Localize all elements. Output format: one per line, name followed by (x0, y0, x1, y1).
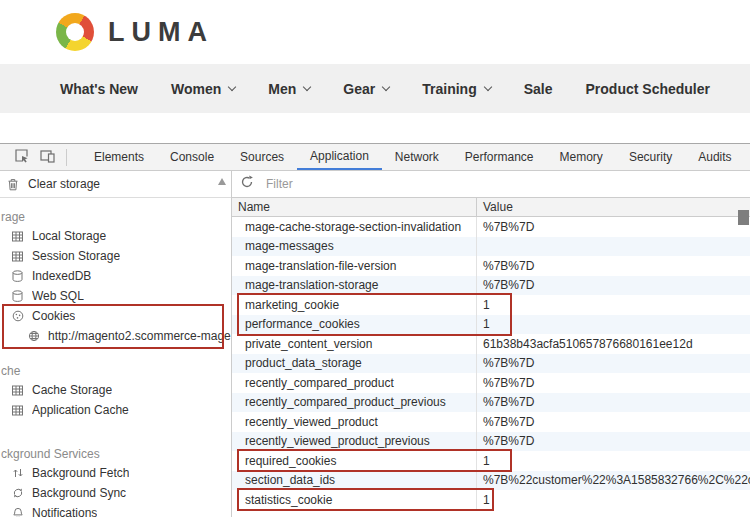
sidebar-section-header: ckground Services (0, 445, 231, 463)
devtools-tabs: ElementsConsoleSourcesApplicationNetwork… (81, 144, 745, 170)
cookie-value-cell: %7B%7D (477, 432, 750, 452)
sidebar-item-http-magento2-scommerce-mage[interactable]: http://magento2.scommerce-mage (0, 326, 231, 346)
table-row[interactable]: private_content_version61b38b43acfa51065… (232, 334, 750, 354)
table-row[interactable]: recently_compared_product%7B%7D (232, 373, 750, 393)
cookie-value-cell: %7B%7D (477, 354, 750, 374)
tab-application[interactable]: Application (297, 144, 382, 170)
column-header-name[interactable]: Name (232, 198, 477, 216)
nav-item-label: Product Scheduler (586, 81, 710, 97)
nav-item-label: Men (268, 81, 296, 97)
table-row[interactable]: mage-cache-storage-section-invalidation%… (232, 217, 750, 237)
cookie-name-cell: mage-messages (232, 237, 477, 257)
table-row[interactable]: mage-messages (232, 237, 750, 257)
table-row[interactable]: recently_viewed_product_previous%7B%7D (232, 432, 750, 452)
nav-item-gear[interactable]: Gear (343, 81, 389, 97)
clear-storage-label: Clear storage (28, 177, 100, 191)
table-row[interactable]: mage-translation-file-version%7B%7D (232, 256, 750, 276)
sidebar-sections: rageLocal StorageSession StorageIndexedD… (0, 208, 231, 517)
sidebar-item-notifications[interactable]: Notifications (0, 503, 231, 517)
table-row[interactable]: mage-translation-storage%7B%7D (232, 276, 750, 296)
sidebar-section-ckground-services: ckground ServicesBackground FetchBackgro… (0, 445, 231, 517)
nav-item-sale[interactable]: Sale (524, 81, 553, 97)
table-row[interactable]: recently_viewed_product%7B%7D (232, 412, 750, 432)
nav-item-what-s-new[interactable]: What's New (60, 81, 138, 97)
sidebar-item-background-fetch[interactable]: Background Fetch (0, 463, 231, 483)
devtools-toolbar-buttons (0, 144, 81, 170)
sidebar-item-cache-storage[interactable]: Cache Storage (0, 380, 231, 400)
sidebar-item-background-sync[interactable]: Background Sync (0, 483, 231, 503)
devtools-panel: ElementsConsoleSourcesApplicationNetwork… (0, 143, 750, 517)
devtools-body: Clear storage rageLocal StorageSession S… (0, 171, 750, 517)
cookie-table-header: Name Value (232, 198, 750, 217)
cookie-name-cell: product_data_storage (232, 354, 477, 374)
cookie-value-cell: %7B%7D (477, 276, 750, 296)
nav-item-men[interactable]: Men (268, 81, 310, 97)
tab-console[interactable]: Console (157, 144, 227, 170)
tab-audits[interactable]: Audits (685, 144, 744, 170)
sidebar-item-label: Local Storage (32, 229, 106, 243)
clear-storage-item[interactable]: Clear storage (0, 171, 231, 198)
tab-elements[interactable]: Elements (81, 144, 157, 170)
sidebar-item-application-cache[interactable]: Application Cache (0, 400, 231, 420)
luma-brand-text[interactable]: LUMA (108, 17, 214, 48)
nav-item-label: Sale (524, 81, 553, 97)
tab-security[interactable]: Security (616, 144, 685, 170)
tab-network[interactable]: Network (382, 144, 452, 170)
table-icon (12, 231, 25, 242)
nav-item-label: Gear (343, 81, 375, 97)
table-row[interactable]: performance_cookies1 (232, 315, 750, 335)
sidebar-item-cookies[interactable]: Cookies (0, 306, 231, 326)
table-row[interactable]: product_data_storage%7B%7D (232, 354, 750, 374)
tab-sources[interactable]: Sources (227, 144, 297, 170)
cookie-name-cell: mage-translation-storage (232, 276, 477, 296)
sidebar-item-label: Web SQL (32, 289, 84, 303)
sidebar-item-web-sql[interactable]: Web SQL (0, 286, 231, 306)
sidebar-item-label: Background Fetch (32, 466, 129, 480)
table-row[interactable]: marketing_cookie1 (232, 295, 750, 315)
trash-icon (7, 178, 20, 191)
bell-icon (12, 507, 25, 517)
column-header-value[interactable]: Value (477, 198, 750, 216)
inspect-cursor-icon (14, 148, 29, 166)
tab-performance[interactable]: Performance (452, 144, 547, 170)
filter-input[interactable] (262, 177, 750, 191)
sidebar-scroll-up-arrow[interactable] (218, 178, 226, 185)
refresh-button[interactable] (232, 175, 262, 193)
inspect-element-button[interactable] (8, 144, 34, 170)
cookie-name-cell: recently_compared_product (232, 373, 477, 393)
cookie-value-cell: 1 (477, 295, 750, 315)
main-nav: What's NewWomenMenGearTrainingSaleProduc… (0, 64, 750, 113)
cookie-value-cell: 1 (477, 490, 750, 510)
sidebar-item-label: Background Sync (32, 486, 126, 500)
sync-icon (12, 487, 25, 499)
nav-item-training[interactable]: Training (422, 81, 490, 97)
sidebar-item-indexeddb[interactable]: IndexedDB (0, 266, 231, 286)
nav-item-label: What's New (60, 81, 138, 97)
cookie-name-cell: mage-cache-storage-section-invalidation (232, 217, 477, 237)
nav-item-label: Women (171, 81, 221, 97)
nav-item-women[interactable]: Women (171, 81, 235, 97)
tab-memory[interactable]: Memory (547, 144, 616, 170)
luma-logo-icon[interactable] (56, 13, 94, 51)
cookie-name-cell: statistics_cookie (232, 490, 477, 510)
table-row[interactable]: statistics_cookie1 (232, 490, 750, 510)
toolbar-divider (66, 149, 67, 166)
table-row[interactable]: required_cookies1 (232, 451, 750, 471)
cookie-name-cell: mage-translation-file-version (232, 256, 477, 276)
table-row[interactable]: recently_compared_product_previous%7B%7D (232, 393, 750, 413)
sidebar-section-header: rage (0, 208, 231, 226)
chevron-down-icon (303, 82, 311, 90)
sidebar-item-session-storage[interactable]: Session Storage (0, 246, 231, 266)
device-toolbar-button[interactable] (34, 144, 60, 170)
nav-item-product-scheduler[interactable]: Product Scheduler (586, 81, 710, 97)
cookies-panel: Name Value mage-cache-storage-section-in… (232, 171, 750, 517)
refresh-icon (240, 175, 254, 193)
sidebar-item-label: Cookies (32, 309, 75, 323)
table-row[interactable]: section_data_ids%7B%22customer%22%3A1585… (232, 471, 750, 491)
cookie-value-cell: 1 (477, 451, 750, 471)
vertical-scrollbar-thumb[interactable] (738, 210, 749, 225)
sidebar-item-local-storage[interactable]: Local Storage (0, 226, 231, 246)
cookie-name-cell: recently_viewed_product (232, 412, 477, 432)
cookie-value-cell: %7B%7D (477, 256, 750, 276)
sidebar-section-rage: rageLocal StorageSession StorageIndexedD… (0, 208, 231, 346)
